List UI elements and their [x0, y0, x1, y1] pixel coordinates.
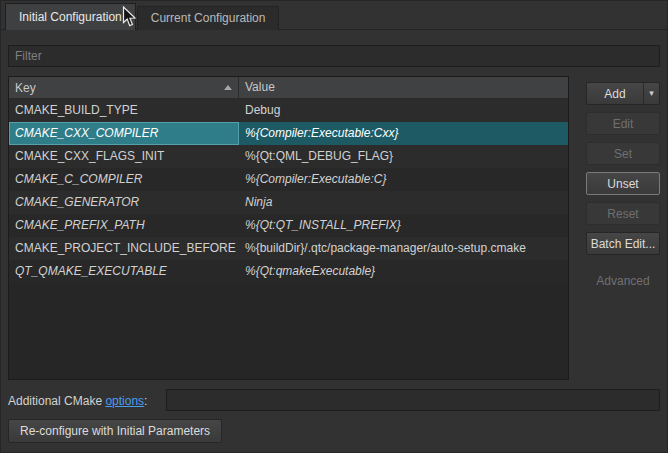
table-row[interactable]: CMAKE_CXX_FLAGS_INIT%{Qt:QML_DEBUG_FLAG}: [9, 145, 568, 168]
table-row[interactable]: CMAKE_PREFIX_PATH%{Qt:QT_INSTALL_PREFIX}: [9, 214, 568, 237]
row-value-cell[interactable]: %{Compiler:Executable:C}: [239, 168, 568, 191]
row-key-cell[interactable]: CMAKE_BUILD_TYPE: [9, 99, 239, 122]
column-header-key[interactable]: Key: [9, 77, 239, 98]
options-label-suffix: :: [144, 394, 147, 408]
column-header-key-label: Key: [15, 78, 36, 98]
table-row[interactable]: CMAKE_CXX_COMPILER%{Compiler:Executable:…: [9, 122, 568, 145]
configuration-tabbar: Initial Configuration Current Configurat…: [5, 3, 280, 30]
sort-ascending-icon: [224, 85, 232, 90]
row-value-cell[interactable]: Ninja: [239, 191, 568, 214]
set-button: Set: [586, 142, 660, 165]
cmake-configuration-window: { "tabs": [ {"label": "Initial Configura…: [0, 0, 668, 453]
row-value-cell[interactable]: %{Compiler:Executable:Cxx}: [239, 122, 568, 145]
row-key-cell[interactable]: CMAKE_PROJECT_INCLUDE_BEFORE: [9, 237, 239, 260]
row-value-cell[interactable]: %{Qt:qmakeExecutable}: [239, 260, 568, 283]
add-button[interactable]: Add ▾: [586, 82, 660, 105]
dropdown-arrow-icon: ▾: [643, 83, 659, 104]
additional-cmake-options-label: Additional CMake options:: [8, 391, 147, 411]
reset-button: Reset: [586, 202, 660, 225]
row-key-cell[interactable]: CMAKE_CXX_COMPILER: [9, 122, 239, 145]
filter-input[interactable]: [8, 45, 660, 67]
table-row[interactable]: CMAKE_BUILD_TYPEDebug: [9, 99, 568, 122]
row-key-cell[interactable]: QT_QMAKE_EXECUTABLE: [9, 260, 239, 283]
row-value-cell[interactable]: %{Qt:QT_INSTALL_PREFIX}: [239, 214, 568, 237]
advanced-checkbox: Advanced: [586, 274, 660, 288]
table-body: CMAKE_BUILD_TYPEDebugCMAKE_CXX_COMPILER%…: [9, 99, 568, 283]
options-label-prefix: Additional CMake: [8, 394, 105, 408]
options-link[interactable]: options: [105, 394, 144, 408]
column-header-value[interactable]: Value: [239, 77, 568, 98]
add-button-label: Add: [587, 87, 643, 101]
reconfigure-button[interactable]: Re-configure with Initial Parameters: [8, 419, 222, 443]
tab-initial-configuration[interactable]: Initial Configuration: [5, 3, 136, 30]
row-key-cell[interactable]: CMAKE_CXX_FLAGS_INIT: [9, 145, 239, 168]
row-value-cell[interactable]: %{Qt:QML_DEBUG_FLAG}: [239, 145, 568, 168]
tab-current-configuration[interactable]: Current Configuration: [137, 6, 280, 30]
cmake-options-input[interactable]: [166, 389, 660, 411]
table-row[interactable]: CMAKE_GENERATORNinja: [9, 191, 568, 214]
row-key-cell[interactable]: CMAKE_PREFIX_PATH: [9, 214, 239, 237]
edit-button: Edit: [586, 112, 660, 135]
row-value-cell[interactable]: Debug: [239, 99, 568, 122]
row-value-cell[interactable]: %{buildDir}/.qtc/package-manager/auto-se…: [239, 237, 568, 260]
row-key-cell[interactable]: CMAKE_C_COMPILER: [9, 168, 239, 191]
batch-edit-button[interactable]: Batch Edit...: [586, 232, 660, 255]
configuration-table: Key Value CMAKE_BUILD_TYPEDebugCMAKE_CXX…: [8, 76, 569, 380]
initial-configuration-pane: Key Value CMAKE_BUILD_TYPEDebugCMAKE_CXX…: [0, 29, 668, 453]
row-key-cell[interactable]: CMAKE_GENERATOR: [9, 191, 239, 214]
table-header: Key Value: [9, 77, 568, 99]
table-row[interactable]: CMAKE_C_COMPILER%{Compiler:Executable:C}: [9, 168, 568, 191]
table-row[interactable]: QT_QMAKE_EXECUTABLE%{Qt:qmakeExecutable}: [9, 260, 568, 283]
table-row[interactable]: CMAKE_PROJECT_INCLUDE_BEFORE%{buildDir}/…: [9, 237, 568, 260]
unset-button[interactable]: Unset: [586, 172, 660, 195]
